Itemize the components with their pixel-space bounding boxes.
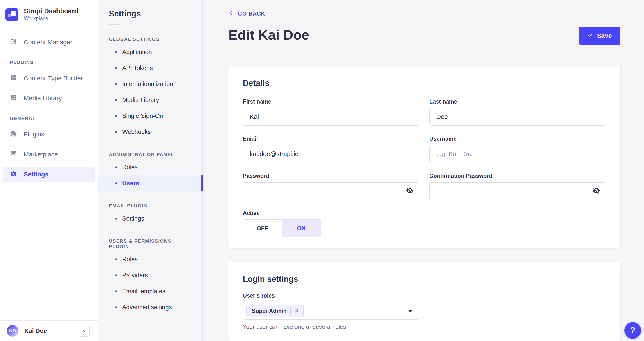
sidebar-item-media-library[interactable]: Media Library: [3, 90, 95, 106]
layout-icon: [10, 74, 17, 82]
app-title: Strapi Dashboard: [24, 8, 78, 15]
password-label: Password: [243, 173, 420, 179]
first-name-field: First name: [243, 98, 420, 126]
login-settings-heading: Login settings: [243, 274, 606, 284]
user-roles-helper: Your user can have one or several roles: [243, 324, 606, 330]
subnav-section-users-permissions-plugin: USERS & PERMISSIONS PLUGIN: [109, 238, 192, 249]
active-toggle-off[interactable]: OFF: [243, 220, 282, 237]
main-nav: Content Manager PLUGINS Content-Type Bui…: [0, 30, 98, 320]
strapi-logo: [6, 8, 18, 21]
chevron-left-icon: [82, 328, 87, 334]
save-button[interactable]: Save: [579, 27, 620, 45]
arrow-left-icon: [228, 10, 234, 17]
feather-icon: [10, 38, 17, 46]
image-icon: [10, 94, 17, 103]
email-input[interactable]: [243, 145, 420, 163]
bullet-icon: [115, 306, 117, 308]
email-field: Email: [243, 136, 420, 163]
bullet-icon: [115, 290, 117, 292]
password-field: Password: [243, 173, 420, 200]
user-roles-field: User's roles Super Admin Your user can h…: [243, 292, 606, 330]
sidebar-item-label: Media Library: [24, 95, 62, 102]
subnav-item-admin-roles[interactable]: Roles: [98, 159, 202, 175]
eye-off-icon: [592, 187, 600, 195]
bullet-icon: [115, 131, 117, 133]
sidebar-footer: KD Kai Doe: [0, 320, 98, 341]
avatar: KD: [7, 325, 18, 337]
main-content: GO BACK Edit Kai Doe Save Details First …: [202, 0, 644, 341]
subnav-item-media-library[interactable]: Media Library: [98, 92, 202, 108]
help-button[interactable]: ?: [624, 322, 641, 339]
last-name-input[interactable]: [429, 108, 606, 126]
sidebar-item-content-manager[interactable]: Content Manager: [3, 34, 95, 50]
details-fields: First name Last name Email: [243, 98, 606, 237]
sidebar-item-label: Content-Type Builder: [24, 75, 83, 82]
subnav-item-up-email-templates[interactable]: Email templates: [98, 284, 202, 299]
role-tag-super-admin[interactable]: Super Admin: [246, 304, 304, 317]
username-input[interactable]: [429, 145, 606, 163]
strapi-admin-app: Strapi Dashboard Workplace Content Manag…: [0, 0, 644, 341]
last-name-label: Last name: [429, 98, 606, 105]
sidebar-item-content-type-builder[interactable]: Content-Type Builder: [3, 70, 95, 86]
confirmation-password-label: Confirmation Password: [429, 173, 606, 179]
main-sidebar: Strapi Dashboard Workplace Content Manag…: [0, 0, 98, 341]
brand-text: Strapi Dashboard Workplace: [24, 8, 78, 22]
eye-off-icon: [406, 187, 414, 195]
subnav-item-up-providers[interactable]: Providers: [98, 268, 202, 284]
confirmation-password-field: Confirmation Password: [429, 173, 606, 200]
page-header: Edit Kai Doe Save: [228, 27, 620, 45]
sidebar-item-plugins[interactable]: Plugins: [3, 126, 95, 142]
bullet-icon: [115, 274, 117, 276]
page-title: Edit Kai Doe: [228, 27, 309, 43]
subnav-section-email-plugin: EMAIL PLUGIN: [109, 203, 192, 208]
user-roles-label: User's roles: [243, 292, 606, 299]
subnav-item-email-settings[interactable]: Settings: [98, 211, 202, 227]
subnav-divider: [109, 24, 119, 25]
password-input[interactable]: [243, 182, 420, 200]
active-toggle-on[interactable]: ON: [282, 220, 321, 237]
sidebar-item-label: Content Manager: [24, 39, 72, 46]
toggle-confirmation-visibility-button[interactable]: [592, 186, 601, 196]
subnav-item-api-tokens[interactable]: API Tokens: [98, 60, 202, 76]
subnav-item-up-advanced-settings[interactable]: Advanced settings: [98, 299, 202, 315]
sidebar-section-general: GENERAL: [3, 116, 95, 121]
sidebar-item-label: Plugins: [24, 131, 44, 138]
last-name-field: Last name: [429, 98, 606, 126]
bullet-icon: [115, 83, 117, 85]
first-name-input[interactable]: [243, 108, 420, 126]
role-tag-label: Super Admin: [252, 308, 287, 314]
bullet-icon: [115, 166, 117, 168]
sidebar-item-marketplace[interactable]: Marketplace: [3, 146, 95, 162]
email-label: Email: [243, 136, 420, 142]
current-user-name: Kai Doe: [24, 328, 73, 334]
go-back-link[interactable]: GO BACK: [228, 10, 265, 17]
cart-icon: [10, 150, 17, 159]
workspace-brand: Strapi Dashboard Workplace: [0, 0, 98, 30]
check-icon: [588, 32, 593, 40]
sidebar-section-plugins: PLUGINS: [3, 60, 95, 65]
bullet-icon: [115, 67, 117, 69]
subnav-item-up-roles[interactable]: Roles: [98, 252, 202, 268]
user-roles-select[interactable]: Super Admin: [243, 302, 419, 320]
username-field: Username: [429, 136, 606, 163]
active-label: Active: [243, 210, 420, 216]
bullet-icon: [115, 115, 117, 117]
active-toggle: OFF ON: [243, 220, 321, 237]
collapse-sidebar-button[interactable]: [79, 325, 90, 337]
confirmation-password-input[interactable]: [429, 182, 606, 200]
bullet-icon: [115, 182, 117, 184]
subnav-item-application[interactable]: Application: [98, 44, 202, 60]
subnav-section-global-settings: GLOBAL SETTINGS: [109, 36, 192, 42]
subnav-item-webhooks[interactable]: Webhooks: [98, 124, 202, 140]
sidebar-item-settings[interactable]: Settings: [3, 166, 95, 182]
login-settings-card: Login settings User's roles Super Admin: [228, 262, 620, 341]
toggle-password-visibility-button[interactable]: [405, 186, 414, 196]
subnav-item-internationalization[interactable]: Internationalization: [98, 76, 202, 92]
subnav-item-admin-users[interactable]: Users: [98, 175, 202, 191]
gear-icon: [10, 170, 17, 179]
x-icon[interactable]: [294, 308, 299, 314]
sidebar-item-label: Marketplace: [24, 151, 58, 158]
details-heading: Details: [243, 78, 606, 88]
bullet-icon: [115, 258, 117, 260]
subnav-item-single-sign-on[interactable]: Single Sign-On: [98, 108, 202, 124]
